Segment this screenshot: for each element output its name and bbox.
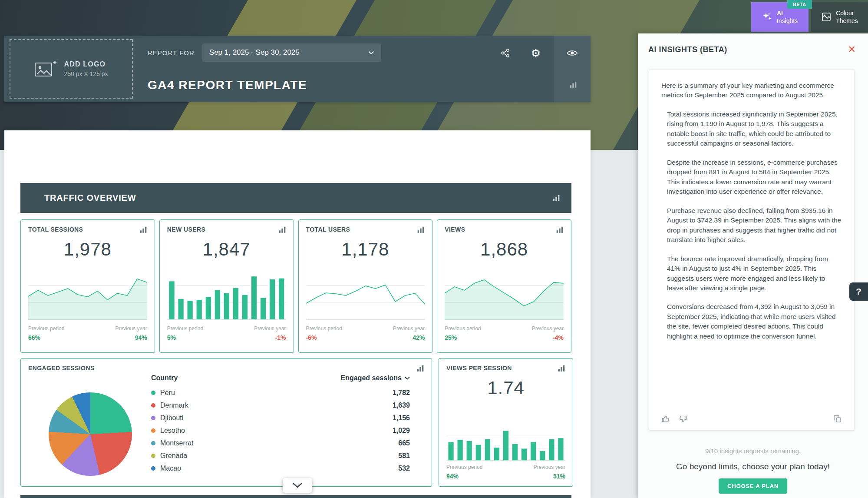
upgrade-message: Go beyond limits, choose your plan today… bbox=[638, 462, 868, 471]
ai-panel-title: AI INSIGHTS (BETA) bbox=[648, 45, 727, 54]
gear-icon[interactable]: ⚙ bbox=[530, 47, 542, 59]
prev-year-value: 94% bbox=[135, 334, 147, 341]
thumbs-down-icon[interactable] bbox=[679, 415, 687, 423]
widget-chart-icon[interactable] bbox=[552, 194, 560, 202]
country-dot bbox=[151, 391, 155, 395]
widget-chart-icon[interactable] bbox=[569, 81, 577, 89]
add-logo-label: ADD LOGO bbox=[64, 60, 108, 68]
country-name: Macao bbox=[160, 465, 181, 472]
country-table: Country Engaged sessions Peru 1,782 Denm… bbox=[151, 374, 410, 475]
report-header: ADD LOGO 250 px X 125 px REPORT FOR Sep … bbox=[4, 36, 591, 102]
column-header-engaged-sessions[interactable]: Engaged sessions bbox=[341, 374, 410, 382]
country-name: Lesotho bbox=[160, 427, 185, 435]
ai-button-label-line1: AI bbox=[777, 9, 798, 17]
table-row: Peru 1,782 bbox=[151, 386, 410, 399]
section-title: TRAFFIC OVERVIEW bbox=[44, 193, 136, 203]
help-button[interactable]: ? bbox=[849, 282, 868, 301]
country-dot bbox=[151, 466, 155, 471]
report-page: TRAFFIC OVERVIEW TOTAL SESSIONS 1,978 Pr… bbox=[4, 130, 591, 498]
table-row: Grenada 581 bbox=[151, 449, 410, 462]
insight-paragraph: Here is a summary of your key marketing … bbox=[661, 81, 842, 100]
views-per-session-card: VIEWS PER SESSION 1.74 Previous period P… bbox=[439, 358, 573, 487]
prev-period-value: 5% bbox=[167, 334, 176, 341]
chevron-down-icon bbox=[293, 483, 302, 488]
metric-chart bbox=[445, 269, 564, 320]
country-dot bbox=[151, 416, 155, 420]
ai-summary-text: Here is a summary of your key marketing … bbox=[661, 81, 842, 341]
insight-paragraph: The bounce rate improved dramatically, d… bbox=[667, 254, 842, 293]
prev-year-label: Previous year bbox=[532, 325, 564, 332]
table-row: Lesotho 1,029 bbox=[151, 424, 410, 437]
prev-year-value: 42% bbox=[413, 334, 425, 341]
country-value: 1,029 bbox=[393, 427, 410, 435]
widget-chart-icon[interactable] bbox=[417, 226, 425, 234]
expand-section-button[interactable] bbox=[283, 478, 312, 493]
metric-label: TOTAL USERS bbox=[306, 226, 350, 233]
prev-period-label: Previous period bbox=[445, 325, 481, 332]
colour-themes-button[interactable]: Colour Themes bbox=[811, 2, 868, 32]
table-row: Denmark 1,639 bbox=[151, 399, 410, 412]
country-dot bbox=[151, 454, 155, 458]
preview-eye-icon[interactable] bbox=[566, 47, 578, 59]
metric-value: 1.74 bbox=[446, 378, 565, 398]
next-section-header bbox=[20, 495, 571, 498]
report-for-label: REPORT FOR bbox=[148, 49, 195, 56]
share-icon[interactable] bbox=[499, 47, 512, 59]
widget-chart-icon[interactable] bbox=[278, 226, 286, 234]
traffic-overview-header: TRAFFIC OVERVIEW bbox=[20, 183, 571, 213]
engaged-sessions-card: ENGAGED SESSIONS Country Engaged session… bbox=[20, 358, 432, 487]
date-range-value: Sep 1, 2025 - Sep 30, 2025 bbox=[209, 48, 300, 57]
country-name: Montserrat bbox=[160, 439, 193, 447]
insight-paragraph: Despite the increase in sessions, e-comm… bbox=[667, 158, 842, 197]
close-icon[interactable]: ✕ bbox=[848, 45, 856, 54]
sparkles-icon bbox=[762, 12, 772, 22]
widget-chart-icon[interactable] bbox=[556, 226, 564, 234]
widget-chart-icon[interactable] bbox=[139, 226, 147, 234]
prev-period-value: 94% bbox=[446, 473, 459, 480]
metric-card: TOTAL USERS 1,178 Previous period Previo… bbox=[298, 219, 433, 353]
metric-value: 1,178 bbox=[306, 239, 425, 260]
metric-label: VIEWS bbox=[445, 226, 465, 233]
prev-year-value: -1% bbox=[275, 334, 286, 341]
metric-label: VIEWS PER SESSION bbox=[446, 365, 512, 372]
widget-chart-icon[interactable] bbox=[416, 365, 424, 372]
insight-paragraph: Total sessions increased significantly i… bbox=[667, 110, 842, 149]
prev-year-value: -4% bbox=[553, 334, 564, 341]
prev-period-label: Previous period bbox=[306, 325, 342, 332]
chevron-down-icon bbox=[368, 51, 374, 55]
logo-size-hint: 250 px X 125 px bbox=[64, 70, 108, 77]
country-value: 665 bbox=[398, 439, 410, 447]
prev-year-label: Previous year bbox=[393, 325, 425, 332]
date-range-select[interactable]: Sep 1, 2025 - Sep 30, 2025 bbox=[202, 43, 381, 62]
prev-period-value: -6% bbox=[306, 334, 317, 341]
metric-label: ENGAGED SESSIONS bbox=[28, 365, 95, 372]
metric-card: TOTAL SESSIONS 1,978 Previous period Pre… bbox=[20, 219, 155, 353]
metric-value: 1,978 bbox=[28, 239, 147, 260]
prev-year-label: Previous year bbox=[115, 325, 147, 332]
copy-icon[interactable] bbox=[833, 415, 842, 423]
add-logo-dropzone[interactable]: ADD LOGO 250 px X 125 px bbox=[10, 39, 133, 99]
table-row: Macao 532 bbox=[151, 462, 410, 475]
prev-period-label: Previous period bbox=[446, 464, 482, 470]
widget-chart-icon[interactable] bbox=[558, 365, 565, 372]
metric-card: NEW USERS 1,847 Previous period Previous… bbox=[159, 219, 294, 353]
prev-period-label: Previous period bbox=[167, 325, 203, 332]
country-name: Grenada bbox=[160, 452, 187, 460]
beta-badge: BETA bbox=[787, 0, 812, 9]
country-dot bbox=[151, 428, 155, 433]
metric-value: 1,868 bbox=[445, 239, 564, 260]
metric-chart bbox=[167, 269, 286, 320]
header-right-strip bbox=[554, 36, 591, 102]
ai-summary-card: Here is a summary of your key marketing … bbox=[649, 69, 855, 431]
country-dot bbox=[151, 441, 155, 445]
prev-period-value: 25% bbox=[445, 334, 457, 341]
chevron-down-icon bbox=[405, 376, 410, 380]
colour-themes-label-line2: Themes bbox=[836, 17, 858, 25]
prev-year-label: Previous year bbox=[254, 325, 286, 332]
thumbs-up-icon[interactable] bbox=[661, 415, 670, 423]
choose-plan-button[interactable]: CHOOSE A PLAN bbox=[719, 478, 787, 494]
ai-button-label-line2: Insights bbox=[777, 17, 798, 25]
metric-card: VIEWS PER SESSION 1.74 Previous period P… bbox=[439, 358, 573, 487]
colour-themes-label-line1: Colour bbox=[836, 9, 858, 17]
insight-paragraph: Purchase revenue also declined, falling … bbox=[667, 206, 842, 245]
